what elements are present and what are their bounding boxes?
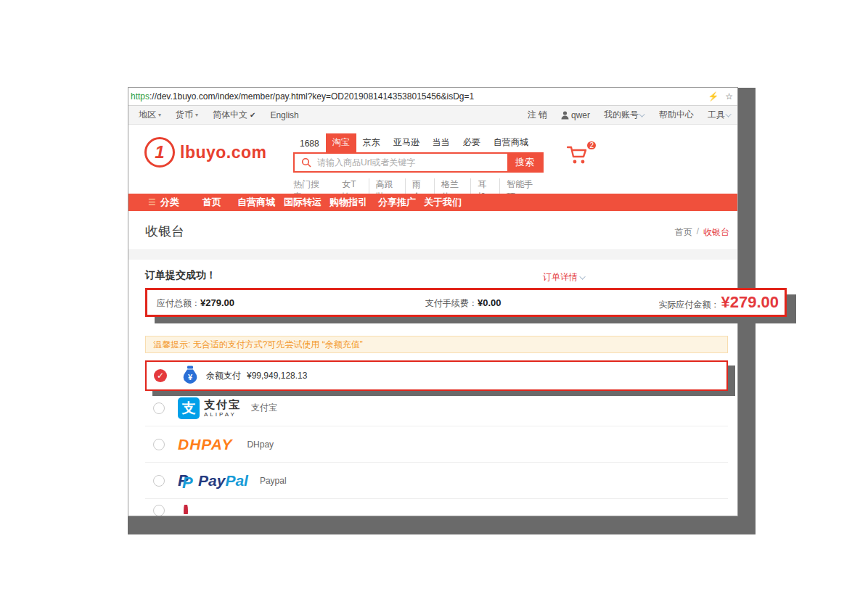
- search-tab-taobao[interactable]: 淘宝: [326, 133, 356, 152]
- amounts-summary-box: 应付总额：¥279.00 支付手续费：¥0.00 实际应付金额：¥279.00: [145, 288, 787, 317]
- chevron-down-icon: [579, 273, 585, 279]
- balance-pay-amount: ¥99,949,128.13: [247, 371, 307, 381]
- site-header: 1 lbuyo.com 1688 淘宝 京东 亚马逊 当当 必要 自营商城 搜索…: [128, 125, 737, 194]
- nav-about-us[interactable]: 关于我们: [424, 194, 462, 211]
- alipay-logo-cn: 支付宝: [204, 399, 241, 410]
- radio-partial[interactable]: [153, 505, 165, 516]
- breadcrumb-home[interactable]: 首页: [675, 226, 692, 239]
- search-tab-selfmall[interactable]: 自营商城: [487, 133, 535, 152]
- username-menu[interactable]: qwer: [561, 110, 590, 120]
- region-menu[interactable]: 地区▾: [139, 109, 161, 121]
- nav-self-mall[interactable]: 自营商城: [237, 194, 275, 211]
- payment-fee: 支付手续费：¥0.00: [425, 297, 501, 310]
- paypal-logo: P P PayPal: [178, 471, 248, 490]
- tools-menu[interactable]: 工具: [708, 109, 732, 121]
- caret-down-icon: ▾: [158, 112, 161, 118]
- search-tab-dangdang[interactable]: 当当: [426, 133, 456, 152]
- search-tab-jd[interactable]: 京东: [356, 133, 387, 152]
- breadcrumb: 首页 / 收银台: [675, 226, 729, 239]
- actual-payable-value: ¥279.00: [721, 293, 779, 312]
- user-icon: [561, 111, 569, 120]
- section-divider: [128, 250, 737, 260]
- payment-tip: 温馨提示: 无合适的支付方式?可先尝试使用 “余额充值”: [145, 336, 728, 353]
- radio-alipay[interactable]: [153, 402, 165, 414]
- actual-payable: 实际应付金额：¥279.00: [658, 293, 779, 312]
- bookmark-star-icon[interactable]: ☆: [725, 91, 733, 102]
- lightning-icon[interactable]: ⚡: [708, 91, 718, 102]
- page-url[interactable]: https://dev.1buyo.com/index/member/pay.h…: [131, 91, 474, 102]
- cart-count-badge: 2: [586, 140, 597, 151]
- search-icon: [301, 157, 311, 168]
- radio-dhpay[interactable]: [153, 439, 165, 450]
- help-center-link[interactable]: 帮助中心: [659, 109, 694, 121]
- payment-row-dhpay[interactable]: DHPAY DHpay: [145, 426, 728, 463]
- alipay-logo-en: ALIPAY: [204, 412, 241, 418]
- payment-row-partial[interactable]: [145, 499, 728, 515]
- nav-share-promotion[interactable]: 分享推广: [378, 194, 416, 211]
- search-input[interactable]: [311, 157, 507, 168]
- payment-row-paypal[interactable]: P P PayPal Paypal: [145, 463, 728, 499]
- alipay-icon: 支: [178, 397, 200, 419]
- url-bar[interactable]: https://dev.1buyo.com/index/member/pay.h…: [128, 88, 737, 106]
- search-tab-biyao[interactable]: 必要: [456, 133, 487, 152]
- url-scheme: https: [131, 91, 150, 102]
- page-title-row: 收银台 首页 / 收银台: [128, 211, 737, 250]
- breadcrumb-separator: /: [697, 226, 699, 239]
- payable-total-value: ¥279.00: [200, 297, 234, 308]
- selected-check-icon[interactable]: ✓: [154, 369, 167, 382]
- url-rest: ://dev.1buyo.com/index/member/pay.html?k…: [150, 91, 474, 102]
- chevron-down-icon: [725, 111, 731, 117]
- cart-button[interactable]: 2: [567, 145, 593, 168]
- paypal-logo-pal: Pal: [225, 472, 248, 489]
- dhpay-logo: DHPAY: [178, 436, 232, 453]
- search-box: 搜索: [293, 152, 544, 173]
- language-menu[interactable]: 简体中文✔: [213, 109, 255, 121]
- payable-total: 应付总额：¥279.00: [157, 297, 234, 310]
- logo-text: lbuyo.com: [180, 143, 267, 162]
- search-button[interactable]: 搜索: [507, 154, 542, 171]
- nav-shopping-guide[interactable]: 购物指引: [329, 194, 367, 211]
- hamburger-icon: ☰: [148, 194, 156, 211]
- page-title: 收银台: [145, 223, 184, 240]
- radio-paypal[interactable]: [153, 475, 165, 487]
- payment-row-balance[interactable]: ✓ ¥ 余额支付 ¥99,949,128.13: [145, 360, 728, 391]
- alipay-logo: 支 支付宝 ALIPAY: [178, 397, 241, 419]
- chevron-down-icon: [639, 111, 644, 117]
- payment-fee-value: ¥0.00: [478, 297, 501, 308]
- order-detail-toggle[interactable]: 订单详情: [543, 271, 586, 284]
- search-tab-amazon[interactable]: 亚马逊: [387, 133, 426, 152]
- svg-text:¥: ¥: [188, 372, 193, 381]
- caret-down-icon: ▾: [195, 112, 198, 118]
- search-tab-1688[interactable]: 1688: [293, 136, 326, 152]
- nav-category[interactable]: ☰ 分类: [148, 194, 179, 211]
- alipay-label: 支付宝: [251, 402, 277, 414]
- search-source-tabs: 1688 淘宝 京东 亚马逊 当当 必要 自营商城: [293, 133, 544, 152]
- cart-icon: [567, 145, 589, 165]
- nav-home[interactable]: 首页: [202, 194, 221, 211]
- dhpay-label: DHpay: [247, 439, 274, 450]
- order-success-message: 订单提交成功！: [145, 269, 216, 282]
- order-status-row: 订单提交成功！ 订单详情: [128, 260, 737, 289]
- paypal-logo-pay: Pay: [198, 472, 225, 489]
- check-icon: ✔: [250, 111, 255, 119]
- my-account-menu[interactable]: 我的账号: [604, 109, 645, 121]
- nav-intl-forwarding[interactable]: 国际转运: [284, 194, 322, 211]
- partial-logo-icon: [184, 505, 204, 514]
- logout-link[interactable]: 注 销: [528, 109, 547, 121]
- paypal-label: Paypal: [260, 476, 287, 486]
- language-english[interactable]: English: [270, 110, 298, 120]
- utility-bar: 地区▾ 货币▾ 简体中文✔ English 注 销 qwer 我的账号 帮助中心…: [128, 106, 737, 125]
- site-logo[interactable]: 1 lbuyo.com: [144, 137, 267, 168]
- main-navbar: ☰ 分类 首页 自营商城 国际转运 购物指引 分享推广 关于我们: [128, 194, 737, 211]
- currency-menu[interactable]: 货币▾: [176, 109, 198, 121]
- payment-row-alipay[interactable]: 支 支付宝 ALIPAY 支付宝: [145, 390, 728, 426]
- balance-pay-label: 余额支付: [206, 370, 241, 382]
- paypal-icon: P P: [178, 471, 194, 490]
- logo-circle-icon: 1: [144, 137, 175, 168]
- breadcrumb-current: 收银台: [703, 226, 729, 239]
- money-bag-icon: ¥: [181, 366, 199, 387]
